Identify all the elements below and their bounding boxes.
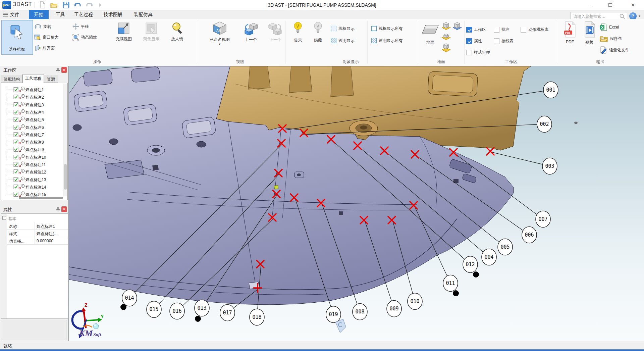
tree-item-weld-annotation[interactable]: 1焊点标注10 (1, 153, 65, 161)
ground-option-2-button[interactable] (452, 22, 462, 32)
weld-dot-marker[interactable] (473, 271, 479, 278)
previous-view-button[interactable]: 上一个 (239, 22, 263, 43)
tab-tech-illustration[interactable]: 技术图解 (101, 10, 125, 19)
tab-process-tree[interactable]: 工艺过程 (22, 74, 44, 83)
balloon-annotation[interactable]: 011 (443, 275, 458, 292)
named-view-button[interactable]: AB 已命名视图 ▼ (204, 21, 235, 46)
help-dropdown-icon[interactable]: ▼ (638, 14, 641, 18)
scrollbar-thumb[interactable] (64, 164, 67, 190)
balloon-annotation[interactable]: 010 (408, 293, 422, 310)
tab-resources[interactable]: 资源 (44, 75, 58, 83)
balloon-annotation[interactable]: 012 (463, 256, 478, 273)
balloon-annotation[interactable]: 013 (195, 300, 209, 316)
wireframe-all-button[interactable]: 线框显示所有 (371, 25, 403, 32)
dynamic-zoom-button[interactable]: 动态缩放 (72, 33, 97, 41)
pin-icon[interactable] (55, 67, 61, 73)
tree-item-weld-annotation[interactable]: 1焊点标注3 (1, 101, 65, 108)
balloon-annotation[interactable]: 008 (353, 304, 367, 320)
open-file-button[interactable] (50, 1, 58, 9)
ground-button[interactable]: 地面 (420, 24, 441, 45)
property-row[interactable]: 仿真播...0.000000 (7, 237, 68, 245)
close-icon[interactable]: ✕ (61, 206, 67, 212)
hide-button[interactable]: 隐藏 (309, 21, 327, 43)
properties-checkbox[interactable]: 属性 (466, 38, 482, 44)
tree-item-weld-annotation[interactable]: 1焊点标注4 (1, 108, 65, 116)
property-row[interactable]: 名称焊点标注1 (7, 222, 68, 230)
collapse-icon[interactable]: − (2, 216, 6, 220)
save-button[interactable] (62, 1, 70, 9)
tree-item-weld-annotation[interactable]: 1焊点标注1 (1, 86, 65, 93)
style-manager-checkbox[interactable]: 样式管理 (466, 49, 490, 56)
magnifier-button[interactable]: 放大镜 (165, 22, 189, 42)
property-value[interactable]: 焊点标注1 (37, 224, 55, 230)
minimize-button[interactable]: – (583, 0, 598, 10)
tab-assembly-sim[interactable]: 装配仿真 (131, 10, 155, 19)
balloon-annotation[interactable]: 015 (147, 301, 161, 318)
annotation-checkbox[interactable]: 批注 (494, 26, 509, 33)
tab-assembly-structure[interactable]: 装配结构 (1, 75, 22, 83)
help-button[interactable]: ? (629, 12, 637, 20)
export-package-button[interactable]: EXE 程序包 (600, 35, 622, 42)
ground-option-1-button[interactable] (441, 22, 451, 32)
new-file-button[interactable] (38, 1, 47, 9)
balloon-annotation[interactable]: 009 (387, 301, 401, 317)
tree-item-weld-annotation[interactable]: 1焊点标注9 (1, 146, 65, 153)
balloon-annotation[interactable]: 005 (498, 239, 513, 255)
pin-icon[interactable] (55, 206, 61, 212)
tree-item-weld-annotation[interactable]: 1焊点标注14 (1, 183, 65, 191)
balloon-annotation[interactable]: 006 (522, 227, 537, 243)
property-value[interactable]: 0.000000 (37, 239, 53, 243)
tree-item-weld-annotation[interactable]: 1焊点标注12 (1, 168, 65, 176)
weld-dot-marker[interactable] (453, 290, 459, 296)
balloon-annotation[interactable]: 007 (536, 211, 550, 228)
tree-item-weld-annotation[interactable]: 1焊点标注8 (1, 138, 65, 146)
export-lightweight-button[interactable]: 轻量化文件 (600, 47, 629, 53)
property-value[interactable]: 焊点标注(... (37, 231, 57, 237)
fit-view-button[interactable]: 充满视图 (111, 22, 137, 42)
next-view-button[interactable]: 下一个 (264, 22, 286, 43)
workspace-checkbox[interactable]: 工作区 (466, 26, 486, 33)
export-excel-button[interactable]: X Excel (600, 24, 619, 31)
selected-point-marker[interactable] (274, 185, 278, 189)
restore-button[interactable] (602, 0, 618, 10)
tree-horizontal-scrollbar[interactable] (19, 197, 63, 199)
align-face-button[interactable]: 对齐面 (34, 44, 55, 52)
export-video-button[interactable]: 视频 (581, 21, 598, 45)
focus-display-button[interactable]: 聚焦显示 (139, 22, 164, 42)
close-icon[interactable]: ✕ (61, 67, 67, 73)
close-button[interactable]: ✕ (625, 0, 641, 10)
undo-button[interactable] (73, 1, 82, 9)
property-row[interactable]: 样式焊点标注(... (7, 230, 68, 237)
redo-button[interactable] (85, 1, 94, 9)
balloon-annotation[interactable]: 014 (122, 290, 137, 306)
export-pdf-button[interactable]: PDF PDF (561, 21, 578, 44)
balloon-annotation[interactable]: 004 (482, 249, 496, 265)
window-zoom-button[interactable]: 窗口放大 (34, 33, 59, 41)
tree-item-weld-annotation[interactable]: 1焊点标注2 (1, 93, 65, 101)
wireframe-display-button[interactable]: 线框显示 (331, 25, 355, 32)
balloon-annotation[interactable]: 019 (326, 306, 341, 323)
balloon-annotation[interactable]: 018 (250, 309, 264, 325)
transparent-all-button[interactable]: 透明显示所有 (371, 37, 403, 44)
balloon-annotation[interactable]: 002 (537, 116, 552, 133)
tree-vertical-scrollbar[interactable] (63, 84, 67, 196)
transparent-display-button[interactable]: 透明显示 (331, 37, 355, 44)
balloon-annotation[interactable]: 003 (542, 158, 557, 174)
balloon-annotation[interactable]: 001 (543, 82, 558, 98)
balloon-annotation[interactable]: 016 (170, 303, 184, 319)
tab-home[interactable]: 开始 (29, 10, 49, 19)
tab-process[interactable]: 工艺过程 (72, 10, 95, 19)
tab-tools[interactable]: 工具 (53, 10, 68, 19)
show-button[interactable]: 显示 (288, 21, 307, 43)
tree-item-weld-annotation[interactable]: 1焊点标注6 (1, 123, 65, 131)
wiring-table-checkbox[interactable]: 接线表 (494, 38, 514, 44)
tree-item-weld-annotation[interactable]: 1焊点标注13 (1, 176, 65, 183)
tree-item-weld-annotation[interactable]: 1焊点标注5 (1, 116, 65, 123)
toolbar-more-button[interactable] (96, 1, 105, 9)
tree-item-weld-annotation[interactable]: 1焊点标注11 (1, 161, 65, 168)
action-template-checkbox[interactable]: 动作模板库 (521, 26, 548, 33)
ground-option-4-button[interactable] (441, 43, 451, 53)
weld-dot-marker[interactable] (195, 316, 201, 322)
hamburger-icon[interactable] (3, 13, 8, 16)
pan-button[interactable]: 平移 (72, 22, 89, 31)
